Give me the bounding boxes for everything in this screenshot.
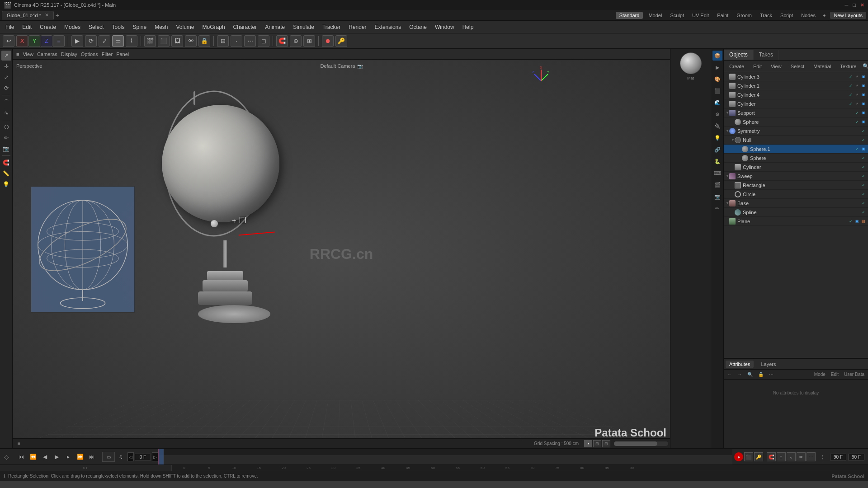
menu-mograph[interactable]: MoGraph	[199, 23, 229, 31]
menu-file[interactable]: File	[2, 23, 18, 31]
tb-render-region[interactable]: ⬛	[158, 35, 170, 47]
attr-mode[interactable]: Mode	[812, 372, 827, 377]
attr-more[interactable]: ⋯	[767, 372, 775, 377]
layout-model[interactable]: Model	[646, 12, 665, 19]
cb-edit[interactable]: Edit	[750, 63, 764, 70]
vt-cameras[interactable]: Cameras	[37, 52, 57, 57]
attr-userdata[interactable]: User Data	[842, 372, 866, 377]
vp-btn-menu[interactable]: ≡	[14, 440, 24, 448]
list-item[interactable]: Spline ✓	[724, 208, 868, 217]
fr-settings[interactable]: ⚙	[712, 109, 722, 119]
attr-forward[interactable]: →	[736, 372, 744, 377]
fr-brush[interactable]: ✏	[712, 203, 722, 213]
end-frame-display[interactable]: 90 F	[830, 454, 846, 460]
list-item[interactable]: Sphere ✓ ▣	[724, 117, 868, 127]
attr-edit[interactable]: Edit	[829, 372, 840, 377]
vt-options[interactable]: Options	[81, 52, 98, 57]
lt-camera[interactable]: 📷	[1, 144, 11, 154]
total-frame-display[interactable]: 90 F	[848, 454, 864, 460]
btn-record[interactable]: ●	[734, 452, 743, 461]
list-item[interactable]: Plane ✓ ▣ ▤	[724, 217, 868, 226]
layout-paint[interactable]: Paint	[714, 12, 731, 19]
menu-edit[interactable]: Edit	[19, 23, 35, 31]
menu-simulate[interactable]: Simulate	[289, 23, 318, 31]
tb-snap[interactable]: 🧲	[276, 35, 288, 47]
cb-material[interactable]: Material	[811, 63, 834, 70]
menu-tracker[interactable]: Tracker	[319, 23, 344, 31]
lt-rotate[interactable]: ⟳	[1, 83, 11, 93]
tb-render-view[interactable]: 👁	[185, 35, 197, 47]
layout-standard[interactable]: Standard	[616, 12, 643, 19]
list-item[interactable]: ▼ Support ✓ ▣	[724, 108, 868, 117]
btn-tl-edit[interactable]: ✏	[797, 452, 806, 461]
list-item-sphere1[interactable]: Sphere.1 ✓ ▣	[724, 145, 868, 154]
btn-prev-frame[interactable]: ◀	[40, 452, 50, 462]
file-tab-close[interactable]: ✕	[45, 12, 49, 18]
btn-sound[interactable]: ♫	[116, 452, 126, 462]
attr-lock[interactable]: 🔒	[756, 372, 765, 377]
menu-extensions[interactable]: Extensions	[371, 23, 405, 31]
menu-render[interactable]: Render	[345, 23, 370, 31]
layout-track[interactable]: Track	[757, 12, 775, 19]
vt-panel[interactable]: Panel	[116, 52, 129, 57]
tb-z-axis[interactable]: Z	[41, 35, 52, 47]
menu-window[interactable]: Window	[431, 23, 458, 31]
vt-filter[interactable]: Filter	[102, 52, 113, 57]
btn-first-frame[interactable]: ⏮	[16, 452, 26, 462]
lt-paint[interactable]: ✏	[1, 133, 11, 143]
menu-create[interactable]: Create	[36, 23, 60, 31]
view-quad[interactable]: ⊞	[593, 440, 601, 447]
lt-curve[interactable]: ⌒	[1, 97, 11, 107]
list-item[interactable]: Cylinder ✓	[724, 163, 868, 172]
list-item[interactable]: ▼ Symmetry ✓	[724, 127, 868, 136]
fr-objects[interactable]: 📦	[712, 51, 722, 61]
fr-anim[interactable]: ▶	[712, 62, 722, 72]
list-item[interactable]: Cylinder ✓ ✓ ▣	[724, 99, 868, 108]
lt-measure[interactable]: 📏	[1, 169, 11, 178]
vt-menu[interactable]: ≡	[16, 52, 19, 57]
current-frame-display[interactable]: 0 F	[135, 454, 151, 460]
tb-snap2[interactable]: ⊕	[290, 35, 302, 47]
tb-y-axis[interactable]: Y	[28, 35, 40, 47]
tb-scale[interactable]: ⤢	[99, 35, 110, 47]
menu-select[interactable]: Select	[85, 23, 107, 31]
menu-tools[interactable]: Tools	[108, 23, 128, 31]
menu-animate[interactable]: Animate	[261, 23, 288, 31]
fr-record[interactable]: 🎬	[712, 180, 722, 190]
cb-select[interactable]: Select	[788, 63, 807, 70]
fr-camera-ctrl[interactable]: 📷	[712, 192, 722, 202]
new-tab-btn[interactable]: +	[56, 12, 59, 19]
menu-spine[interactable]: Spine	[129, 23, 150, 31]
menu-modes[interactable]: Modes	[61, 23, 84, 31]
tb-point-mode[interactable]: ·	[231, 35, 242, 47]
list-item[interactable]: Cylinder.1 ✓ ✓ ▣	[724, 81, 868, 90]
lt-light[interactable]: 💡	[1, 179, 11, 189]
layout-script[interactable]: Script	[778, 12, 796, 19]
attr-back[interactable]: ←	[726, 372, 734, 377]
tb-anim-key[interactable]: 🔑	[335, 35, 347, 47]
menu-volume[interactable]: Volume	[173, 23, 198, 31]
file-tab-active[interactable]: Globe_01.c4d * ✕	[2, 11, 54, 19]
timeline-icon[interactable]: ◇	[0, 453, 13, 460]
tb-obj-mode[interactable]: ⊞	[217, 35, 229, 47]
tb-anim-record[interactable]: ⏺	[322, 35, 334, 47]
menu-help[interactable]: Help	[459, 23, 477, 31]
layout-sculpt[interactable]: Sculpt	[667, 12, 687, 19]
timeline-track[interactable]	[158, 449, 732, 465]
tb-grid[interactable]: ⊞	[303, 35, 315, 47]
lt-bezier[interactable]: ∿	[1, 108, 11, 118]
btn-play[interactable]: ▶	[52, 452, 61, 462]
tb-poly-mode[interactable]: ◻	[258, 35, 269, 47]
lt-select[interactable]: ↗	[1, 51, 11, 61]
tb-rotate[interactable]: ⟳	[85, 35, 97, 47]
lt-snap[interactable]: 🧲	[1, 158, 11, 168]
btn-tl-mode[interactable]: ≡	[777, 452, 786, 461]
list-item[interactable]: Cylinder.3 ✓ ✓ ▣	[724, 72, 868, 81]
menu-mesh[interactable]: Mesh	[151, 23, 171, 31]
attr-tab-layers[interactable]: Layers	[757, 361, 779, 368]
layout-nodes[interactable]: Nodes	[798, 12, 818, 19]
fr-render[interactable]: ⬛	[712, 86, 722, 96]
vt-view[interactable]: View	[23, 52, 33, 57]
btn-last-frame[interactable]: ⏭	[87, 452, 97, 462]
tb-render-pic[interactable]: 🖼	[171, 35, 183, 47]
